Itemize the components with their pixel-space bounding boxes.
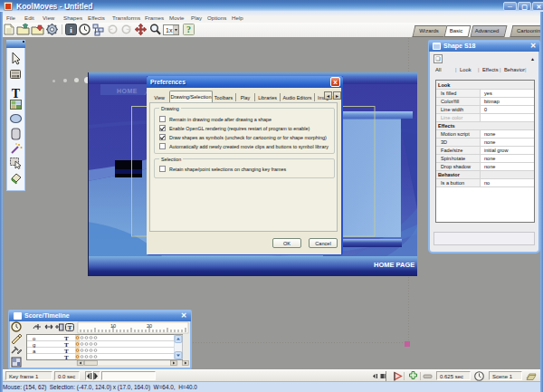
- svg-text:?: ?: [186, 24, 191, 34]
- svg-text:HOME: HOME: [117, 88, 138, 94]
- svg-text:1x: 1x: [166, 27, 173, 33]
- svg-text:20: 20: [147, 323, 152, 329]
- svg-text:T: T: [68, 324, 72, 331]
- svg-text:g: g: [33, 342, 35, 348]
- svg-text:T: T: [64, 354, 69, 361]
- svg-text:HOME PAGE: HOME PAGE: [374, 261, 414, 269]
- svg-text:T: T: [12, 87, 21, 100]
- svg-text:10: 10: [110, 323, 116, 329]
